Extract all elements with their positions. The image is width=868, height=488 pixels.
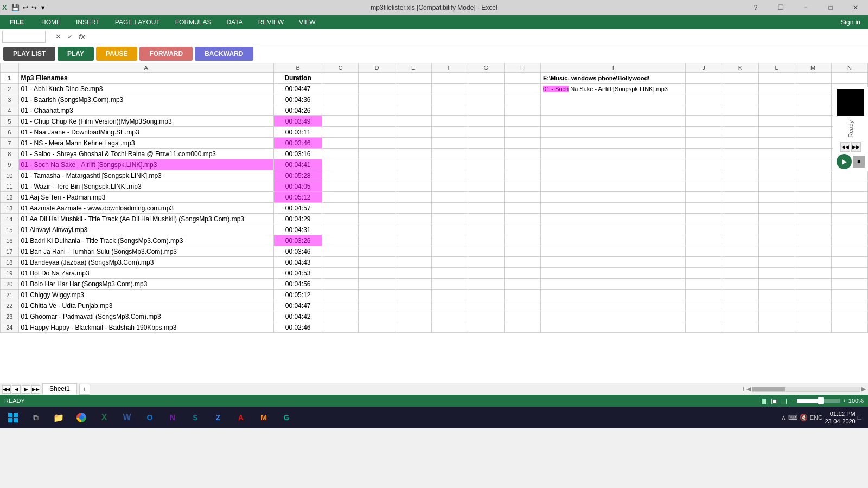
cell-a23[interactable]: 01 Ghoomar - Padmavati (SongsMp3.Com).mp…	[18, 311, 273, 322]
cell-l12[interactable]	[758, 192, 795, 203]
file-explorer-button[interactable]: 📁	[48, 408, 69, 427]
cell-c15[interactable]	[322, 224, 359, 235]
cell-h19[interactable]	[504, 268, 540, 279]
cell-e15[interactable]	[395, 224, 431, 235]
sheet-nav-last[interactable]: ▶▶	[31, 385, 40, 394]
cell-b15[interactable]: 00:04:31	[273, 224, 322, 235]
cell-g22[interactable]	[468, 300, 504, 311]
cell-m1[interactable]	[795, 73, 831, 84]
cell-d6[interactable]	[359, 127, 395, 138]
cell-c12[interactable]	[322, 192, 359, 203]
cell-j5[interactable]	[686, 116, 722, 127]
sheet-nav-first[interactable]: ◀◀	[2, 385, 11, 394]
cell-b14[interactable]: 00:04:29	[273, 214, 322, 224]
cell-l22[interactable]	[758, 300, 795, 311]
cell-j23[interactable]	[686, 311, 722, 322]
cell-d1[interactable]	[359, 73, 395, 84]
cell-h3[interactable]	[504, 94, 540, 105]
cell-c21[interactable]	[322, 290, 359, 300]
cell-e16[interactable]	[395, 235, 431, 246]
cell-k7[interactable]	[722, 138, 758, 149]
cell-l17[interactable]	[758, 246, 795, 257]
cell-m6[interactable]	[795, 127, 831, 138]
cell-j8[interactable]	[686, 149, 722, 159]
cell-d10[interactable]	[359, 170, 395, 181]
cell-i14[interactable]	[541, 214, 686, 224]
cell-l2[interactable]	[758, 84, 795, 94]
cell-a9[interactable]: 01 - Soch Na Sake - Airlift [Songspk.LIN…	[18, 159, 273, 170]
cell-a14[interactable]: 01 Ae Dil Hai Mushkil - Title Track (Ae …	[18, 214, 273, 224]
cell-l23[interactable]	[758, 311, 795, 322]
cell-d11[interactable]	[359, 181, 395, 192]
cell-c18[interactable]	[322, 257, 359, 268]
cell-i21[interactable]	[541, 290, 686, 300]
cell-e7[interactable]	[395, 138, 431, 149]
keyboard-icon[interactable]: ⌨	[788, 414, 797, 421]
cell-f12[interactable]	[431, 192, 468, 203]
cell-h8[interactable]	[504, 149, 540, 159]
cell-d19[interactable]	[359, 268, 395, 279]
cell-f6[interactable]	[431, 127, 468, 138]
cell-k21[interactable]	[722, 290, 758, 300]
cell-m2[interactable]	[795, 84, 831, 94]
cell-a3[interactable]: 01 - Baarish (SongsMp3.Com).mp3	[18, 94, 273, 105]
cell-f20[interactable]	[431, 279, 468, 290]
cell-m10[interactable]	[795, 170, 831, 181]
zoom-slider-thumb[interactable]	[818, 397, 824, 404]
cell-b23[interactable]: 00:04:42	[273, 311, 322, 322]
cell-l1[interactable]	[758, 73, 795, 84]
cell-n23[interactable]	[831, 311, 867, 322]
cell-k6[interactable]	[722, 127, 758, 138]
cell-g23[interactable]	[468, 311, 504, 322]
cell-b5[interactable]: 00:03:49	[273, 116, 322, 127]
cell-l8[interactable]	[758, 149, 795, 159]
cell-i16[interactable]	[541, 235, 686, 246]
cell-j14[interactable]	[686, 214, 722, 224]
cell-e14[interactable]	[395, 214, 431, 224]
cell-g20[interactable]	[468, 279, 504, 290]
cell-a15[interactable]: 01 Ainvayi Ainvayi.mp3	[18, 224, 273, 235]
cell-f24[interactable]	[431, 322, 468, 333]
cell-f16[interactable]	[431, 235, 468, 246]
cell-g8[interactable]	[468, 149, 504, 159]
cell-i19[interactable]	[541, 268, 686, 279]
cell-h24[interactable]	[504, 322, 540, 333]
horizontal-scrollbar-area[interactable]: ◀ ▶	[746, 386, 866, 393]
sharepoint-button[interactable]: S	[184, 408, 206, 427]
cell-j16[interactable]	[686, 235, 722, 246]
cell-m18[interactable]	[795, 257, 831, 268]
cell-f15[interactable]	[431, 224, 468, 235]
cell-b16[interactable]: 00:03:26	[273, 235, 322, 246]
cell-k17[interactable]	[722, 246, 758, 257]
cell-h9[interactable]	[504, 159, 540, 170]
cell-d18[interactable]	[359, 257, 395, 268]
cell-n15[interactable]	[831, 224, 867, 235]
cell-k12[interactable]	[722, 192, 758, 203]
cell-k9[interactable]	[722, 159, 758, 170]
cell-g12[interactable]	[468, 192, 504, 203]
cell-a22[interactable]: 01 Chitta Ve - Udta Punjab.mp3	[18, 300, 273, 311]
cell-b18[interactable]: 00:04:43	[273, 257, 322, 268]
cell-d15[interactable]	[359, 224, 395, 235]
cell-b13[interactable]: 00:04:57	[273, 203, 322, 214]
cancel-icon[interactable]: ✕	[53, 31, 63, 42]
cell-j4[interactable]	[686, 105, 722, 116]
cell-k11[interactable]	[722, 181, 758, 192]
cell-b24[interactable]: 00:02:46	[273, 322, 322, 333]
cell-e10[interactable]	[395, 170, 431, 181]
col-k-header[interactable]: K	[722, 63, 758, 73]
cell-l6[interactable]	[758, 127, 795, 138]
confirm-icon[interactable]: ✓	[65, 31, 75, 42]
playlist-button[interactable]: PLAY LIST	[3, 47, 55, 61]
cell-c11[interactable]	[322, 181, 359, 192]
cell-g18[interactable]	[468, 257, 504, 268]
start-button[interactable]	[2, 408, 24, 427]
cell-m24[interactable]	[795, 322, 831, 333]
cell-k16[interactable]	[722, 235, 758, 246]
cell-b17[interactable]: 00:03:46	[273, 246, 322, 257]
cell-d3[interactable]	[359, 94, 395, 105]
cell-k2[interactable]	[722, 84, 758, 94]
cell-j20[interactable]	[686, 279, 722, 290]
quick-access-more[interactable]: ▼	[40, 4, 46, 11]
h-scrollbar-thumb[interactable]	[752, 387, 785, 391]
